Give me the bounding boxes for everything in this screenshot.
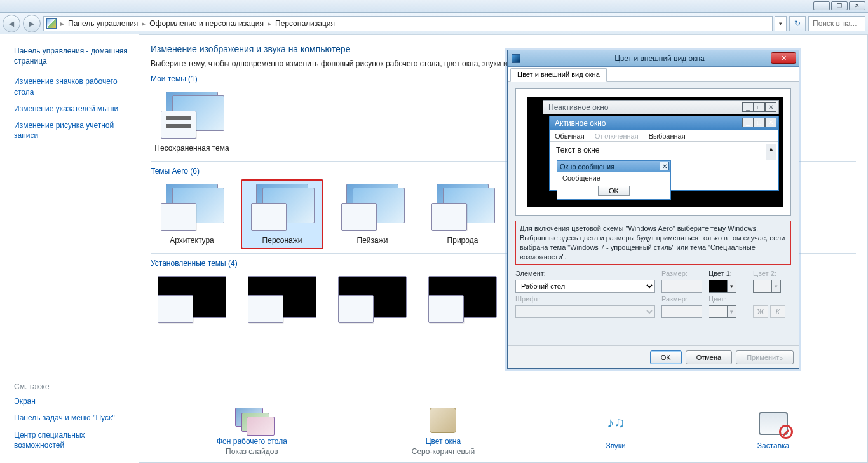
label-color1: Цвет 1: xyxy=(709,270,747,277)
size-input xyxy=(661,280,702,293)
nav-back-button[interactable]: ◄ xyxy=(3,15,20,32)
dialog-title: Цвет и внешний вид окна xyxy=(524,54,795,63)
theme-characters[interactable]: Персонажи xyxy=(241,179,323,249)
breadcrumb-separator: ▸ xyxy=(268,19,271,28)
breadcrumb-item[interactable]: Оформление и персонализация xyxy=(149,19,264,28)
close-icon: ✕ xyxy=(765,118,776,127)
sidebar-home-link[interactable]: Панель управления - домашняя страница xyxy=(14,46,130,66)
appearance-form: Элемент: Размер: Цвет 1: Цвет 2: Рабочий… xyxy=(515,270,791,318)
breadcrumb-item[interactable]: Панель управления xyxy=(68,19,138,28)
font-color-picker: ▾ xyxy=(709,305,736,318)
dialog-tabstrip: Цвет и внешний вид окна xyxy=(508,67,799,82)
quicklink-label: Фон рабочего стола xyxy=(217,437,287,446)
see-also-display[interactable]: Экран xyxy=(14,396,130,406)
quicklink-label: Цвет окна xyxy=(412,437,475,446)
quicklink-sounds[interactable]: Звуки xyxy=(599,412,632,452)
color-appearance-dialog: Цвет и внешний вид окна ✕ Цвет и внешний… xyxy=(507,50,799,369)
close-icon: ✕ xyxy=(765,102,776,112)
font-size-input xyxy=(661,305,702,318)
italic-toggle: К xyxy=(770,305,785,318)
sidebar-link-mouse-pointers[interactable]: Изменение указателей мыши xyxy=(14,104,130,114)
quicklink-screensaver[interactable]: Заставка xyxy=(757,412,790,452)
label-font: Шрифт: xyxy=(515,295,655,303)
sidebar: Панель управления - домашняя страница Из… xyxy=(0,34,139,463)
dialog-tab-appearance[interactable]: Цвет и внешний вид окна xyxy=(510,68,607,82)
appearance-preview: Неактивное окно _□✕ Активное окно _□✕ Об… xyxy=(515,88,791,216)
search-input[interactable]: Поиск в па... xyxy=(808,16,865,31)
theme-label: Персонажи xyxy=(262,236,302,245)
breadcrumb-item[interactable]: Персонализация xyxy=(275,19,335,28)
preview-ok-button: OK xyxy=(598,186,630,196)
label-color2: Цвет 2: xyxy=(753,270,791,277)
see-also-ease-of-access[interactable]: Центр специальных возможностей xyxy=(14,430,130,450)
theme-label: Несохраненная тема xyxy=(154,144,229,153)
label-font-color: Цвет: xyxy=(709,295,747,303)
see-also-label: См. также xyxy=(14,382,130,391)
navigation-bar: ◄ ► ▸ Панель управления ▸ Оформление и п… xyxy=(0,13,868,34)
nav-forward-button[interactable]: ► xyxy=(23,15,41,32)
minimize-icon: _ xyxy=(742,102,754,112)
theme-architecture[interactable]: Архитектура xyxy=(151,179,233,249)
label-element: Элемент: xyxy=(515,270,655,277)
theme-unsaved[interactable]: Несохраненная тема xyxy=(151,87,233,157)
dialog-titlebar[interactable]: Цвет и внешний вид окна ✕ xyxy=(508,50,799,67)
dialog-footer: OK Отмена Применить xyxy=(508,345,799,368)
sidebar-link-account-picture[interactable]: Изменение рисунка учетной записи xyxy=(14,120,130,141)
quicklink-sublabel: Серо-коричневый xyxy=(412,447,475,456)
color2-picker: ▾ xyxy=(753,280,781,293)
address-dropdown-button[interactable]: ▾ xyxy=(775,16,787,31)
refresh-button[interactable]: ↻ xyxy=(789,16,806,31)
theme-installed-1[interactable] xyxy=(151,272,233,333)
theme-landscapes[interactable]: Пейзажи xyxy=(331,179,414,249)
control-panel-icon xyxy=(46,18,57,29)
theme-nature[interactable]: Природа xyxy=(421,179,504,249)
theme-label: Пейзажи xyxy=(357,236,388,245)
bold-toggle: Ж xyxy=(753,305,768,318)
window-maximize-button[interactable]: ❐ xyxy=(831,1,848,10)
label-size: Размер: xyxy=(661,270,702,277)
color1-picker[interactable]: ▾ xyxy=(709,280,736,293)
breadcrumb-separator: ▸ xyxy=(60,19,64,28)
theme-installed-2[interactable] xyxy=(241,272,323,333)
music-notes-icon xyxy=(599,412,632,439)
preview-inactive-window: Неактивное окно _□✕ xyxy=(543,100,779,114)
dialog-cancel-button[interactable]: Отмена xyxy=(686,350,732,364)
preview-menu-selected: Выбранная xyxy=(649,132,686,140)
no-entry-icon xyxy=(779,425,793,439)
minimize-icon: _ xyxy=(742,118,754,127)
preview-menu-disabled: Отключенная xyxy=(595,132,639,140)
quicklink-desktop-background[interactable]: Фон рабочего стола Показ слайдов xyxy=(217,408,287,456)
preview-menu-normal: Обычная xyxy=(555,132,585,140)
quicklink-label: Звуки xyxy=(599,441,632,450)
font-select xyxy=(515,305,655,318)
window-close-button[interactable]: ✕ xyxy=(849,1,865,10)
label-font-size: Размер: xyxy=(661,295,702,303)
preview-message-box: Окно сообщения✕ Сообщение OK xyxy=(557,160,671,200)
theme-label: Архитектура xyxy=(170,236,214,245)
quicklink-window-color[interactable]: Цвет окна Серо-коричневый xyxy=(412,408,475,456)
aero-warning-note: Для включения цветовой схемы "Windows Ae… xyxy=(515,221,791,265)
breadcrumb-bar[interactable]: ▸ Панель управления ▸ Оформление и персо… xyxy=(43,16,773,31)
close-icon: ✕ xyxy=(660,162,669,170)
element-select[interactable]: Рабочий стол xyxy=(515,280,655,293)
theme-installed-3[interactable] xyxy=(331,272,414,333)
dialog-ok-button[interactable]: OK xyxy=(650,350,682,364)
dialog-apply-button[interactable]: Применить xyxy=(736,350,794,364)
breadcrumb-separator: ▸ xyxy=(142,19,146,28)
quicklink-sublabel: Показ слайдов xyxy=(217,447,287,456)
window-minimize-button[interactable]: — xyxy=(813,1,830,10)
preview-window-text: Текст в окне ▲ xyxy=(552,144,776,160)
theme-label: Природа xyxy=(447,236,478,245)
scrollbar-up-icon: ▲ xyxy=(766,144,776,160)
theme-installed-4[interactable] xyxy=(421,272,504,333)
bottom-quicklinks: Фон рабочего стола Показ слайдов Цвет ок… xyxy=(139,399,867,462)
dialog-close-button[interactable]: ✕ xyxy=(771,52,796,64)
dialog-icon xyxy=(512,54,520,63)
quicklink-label: Заставка xyxy=(757,441,790,450)
sidebar-link-desktop-icons[interactable]: Изменение значков рабочего стола xyxy=(14,76,130,97)
maximize-icon: □ xyxy=(754,118,765,127)
see-also-taskbar[interactable]: Панель задач и меню ''Пуск'' xyxy=(14,413,130,423)
maximize-icon: □ xyxy=(754,102,765,112)
window-titlebar: — ❐ ✕ xyxy=(0,0,868,13)
